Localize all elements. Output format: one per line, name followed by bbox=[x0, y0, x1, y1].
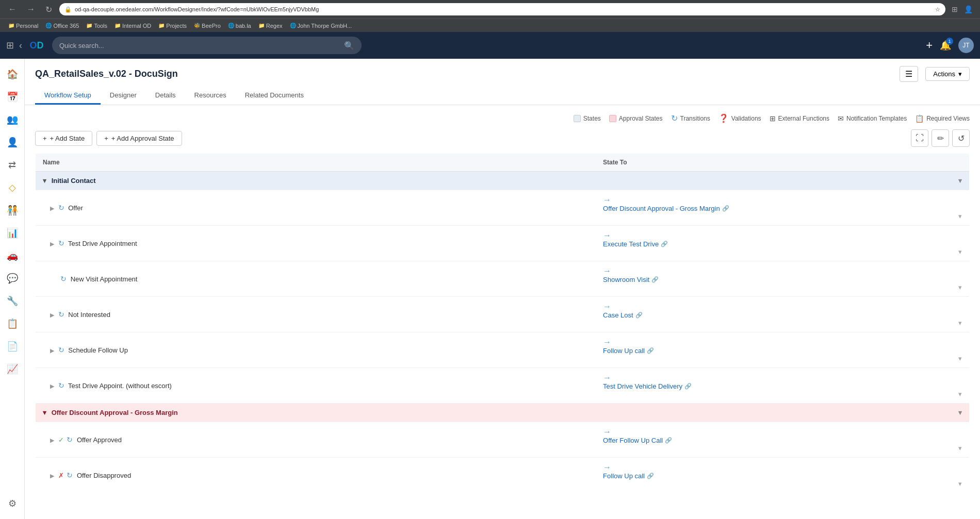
transition-cycle-icon-2: ↻ bbox=[58, 239, 64, 247]
state-to-link-offerdisapproved[interactable]: Follow Up call 🔗 bbox=[603, 472, 962, 480]
url-text: od-qa-decouple.onedealer.com/WorkflowDes… bbox=[75, 6, 932, 12]
list-view-button[interactable]: ☰ bbox=[900, 66, 918, 82]
group-row-offer-discount[interactable]: ▾ Offer Discount Approval - Gross Margin… bbox=[36, 404, 970, 422]
bookmark-regex[interactable]: 📁 Regex bbox=[255, 22, 286, 30]
sidebar-item-chart[interactable]: 📈 bbox=[3, 360, 22, 378]
tab-workflow-setup[interactable]: Workflow Setup bbox=[35, 87, 101, 105]
profile-button[interactable]: 👤 bbox=[962, 4, 975, 14]
app-header: ⊞ ‹ OD 🔍 + 🔔 1 JT bbox=[0, 32, 980, 59]
state-to-link-notinterested[interactable]: Case Lost 🔗 bbox=[603, 311, 962, 319]
transitions-icon: ↻ bbox=[671, 113, 678, 123]
actions-button[interactable]: Actions ▾ bbox=[925, 67, 970, 81]
notification-count: 1 bbox=[946, 38, 953, 45]
row-chevron-icon-6: ▾ bbox=[958, 390, 962, 398]
state-to-link-testdrive[interactable]: Execute Test Drive 🔗 bbox=[603, 240, 962, 248]
sidebar-item-person[interactable]: 👤 bbox=[3, 133, 22, 152]
browser-chrome: ← → ↻ 🔒 od-qa-decouple.onedealer.com/Wor… bbox=[0, 0, 980, 19]
url-bar[interactable]: 🔒 od-qa-decouple.onedealer.com/WorkflowD… bbox=[59, 3, 945, 15]
bookmark-personal[interactable]: 📁 Personal bbox=[5, 22, 41, 30]
sidebar-item-task[interactable]: 📋 bbox=[3, 314, 22, 333]
expander-icon-5[interactable]: ▶ bbox=[50, 347, 54, 354]
sidebar-item-home[interactable]: 🏠 bbox=[3, 65, 22, 83]
expander-icon-4[interactable]: ▶ bbox=[50, 312, 54, 318]
bookmark-tools[interactable]: 📁 Tools bbox=[83, 22, 110, 30]
arrow-icon-2: → bbox=[603, 231, 611, 240]
group-label-offer-discount: ▾ Offer Discount Approval - Gross Margin… bbox=[36, 404, 970, 422]
sidebar-item-chat[interactable]: 💬 bbox=[3, 269, 22, 288]
bookmark-office365[interactable]: 🌐 Office 365 bbox=[42, 22, 82, 30]
group-row-initial-contact[interactable]: ▾ Initial Contact ▾ bbox=[36, 172, 970, 190]
link-icon-8: 🔗 bbox=[647, 473, 654, 479]
reload-nav-button[interactable]: ↻ bbox=[42, 4, 55, 15]
search-bar[interactable]: 🔍 bbox=[52, 37, 362, 54]
expander-icon[interactable]: ▶ bbox=[50, 205, 54, 211]
app-back-button[interactable]: ‹ bbox=[19, 40, 22, 51]
sidebar-item-calendar[interactable]: 📅 bbox=[3, 88, 22, 106]
row-chevron-icon: ▾ bbox=[958, 212, 962, 220]
group-label-initial-contact: ▾ Initial Contact ▾ bbox=[36, 172, 970, 190]
sidebar-item-diamond[interactable]: ◇ bbox=[3, 178, 22, 197]
link-icon-4: 🔗 bbox=[635, 312, 643, 319]
extensions-button[interactable]: ⊞ bbox=[950, 4, 960, 14]
arrow-icon-6: → bbox=[603, 373, 611, 382]
validations-icon: ❓ bbox=[718, 113, 729, 123]
sidebar-item-arrows[interactable]: ⇄ bbox=[3, 156, 22, 174]
state-to-link-newvisit[interactable]: Showroom Visit 🔗 bbox=[603, 276, 962, 283]
tab-resources[interactable]: Resources bbox=[185, 87, 236, 105]
transition-state-to-followup: → Follow Up call 🔗 ▾ bbox=[596, 332, 969, 368]
add-approval-state-button[interactable]: + + Add Approval State bbox=[96, 131, 182, 146]
transition-cycle-icon-6: ↻ bbox=[58, 381, 64, 390]
search-input[interactable] bbox=[59, 42, 340, 49]
transition-name-followup: ▶ ↻ Schedule Follow Up bbox=[36, 332, 596, 368]
expander-icon-8[interactable]: ▶ bbox=[50, 473, 54, 479]
app-layout: 🏠 📅 👥 👤 ⇄ ◇ 🧑‍🤝‍🧑 📊 🚗 💬 🔧 📋 📄 📈 ⚙ QA_Ret… bbox=[0, 59, 980, 519]
state-to-link-followup[interactable]: Follow Up call 🔗 bbox=[603, 347, 962, 355]
tab-designer[interactable]: Designer bbox=[101, 87, 146, 105]
row-chevron-icon-8: ▾ bbox=[958, 480, 962, 488]
sidebar-item-graph[interactable]: 📊 bbox=[3, 224, 22, 242]
external-functions-icon: ⊞ bbox=[770, 114, 776, 123]
sidebar-item-doc[interactable]: 📄 bbox=[3, 337, 22, 356]
grid-menu-button[interactable]: ⊞ bbox=[6, 40, 14, 51]
x-icon: ✗ bbox=[58, 472, 64, 479]
transition-cycle-icon-4: ↻ bbox=[58, 310, 64, 319]
forward-nav-button[interactable]: → bbox=[24, 4, 38, 15]
legend-transitions: ↻ Transitions bbox=[671, 113, 710, 123]
state-to-link-testdrive-noescort[interactable]: Test Drive Vehicle Delivery 🔗 bbox=[603, 382, 962, 390]
bookmark-internal-od[interactable]: 📁 Internal OD bbox=[111, 22, 154, 30]
add-state-button[interactable]: + + Add State bbox=[35, 131, 92, 146]
tab-related-docs[interactable]: Related Documents bbox=[236, 87, 313, 105]
required-views-icon: 📋 bbox=[915, 114, 924, 123]
bookmark-beepro[interactable]: 🐝 BeePro bbox=[191, 22, 224, 30]
transition-row-offer: ▶ ↻ Offer → Offer Discount Approval - Gr… bbox=[36, 190, 970, 226]
edit-button[interactable]: ✏ bbox=[932, 129, 949, 147]
expander-icon-6[interactable]: ▶ bbox=[50, 383, 54, 389]
expander-icon-7[interactable]: ▶ bbox=[50, 437, 54, 443]
notifications-button[interactable]: 🔔 1 bbox=[940, 40, 951, 51]
bookmark-projects[interactable]: 📁 Projects bbox=[155, 22, 190, 30]
user-avatar[interactable]: JT bbox=[958, 38, 974, 53]
sidebar-item-people[interactable]: 👥 bbox=[3, 110, 22, 129]
edit-icon: ✏ bbox=[937, 133, 944, 143]
state-to-link-offer[interactable]: Offer Discount Approval - Gross Margin 🔗 bbox=[603, 205, 962, 212]
reset-button[interactable]: ↺ bbox=[952, 129, 970, 147]
sidebar-item-tools[interactable]: 🔧 bbox=[3, 292, 22, 310]
back-nav-button[interactable]: ← bbox=[5, 4, 20, 15]
sidebar-item-car[interactable]: 🚗 bbox=[3, 246, 22, 265]
sidebar-item-settings[interactable]: ⚙ bbox=[3, 494, 22, 513]
arrow-icon-5: → bbox=[603, 338, 611, 346]
bookmark-babla[interactable]: 🌐 bab.la bbox=[225, 22, 254, 30]
add-button[interactable]: + bbox=[926, 39, 933, 52]
transition-row-newvisit: ↻ New Visit Appointment → Showroom Visit… bbox=[36, 261, 970, 297]
regex-icon: 📁 bbox=[258, 23, 265, 28]
state-to-link-offerapproved[interactable]: Offer Follow Up Call 🔗 bbox=[603, 437, 962, 444]
transition-row-testdrive-noescort: ▶ ↻ Test Drive Appoint. (without escort)… bbox=[36, 368, 970, 404]
expand-button[interactable]: ⛶ bbox=[911, 129, 928, 147]
search-icon: 🔍 bbox=[344, 41, 354, 51]
check-icon: ✓ bbox=[58, 436, 64, 444]
expander-icon-2[interactable]: ▶ bbox=[50, 241, 54, 247]
tab-details[interactable]: Details bbox=[146, 87, 185, 105]
sidebar-item-userplus[interactable]: 🧑‍🤝‍🧑 bbox=[3, 201, 22, 220]
legend-notification-templates: ✉ Notification Templates bbox=[838, 114, 907, 123]
bookmark-johnthorpe[interactable]: 🌐 John Thorpe GmbH... bbox=[287, 22, 355, 30]
